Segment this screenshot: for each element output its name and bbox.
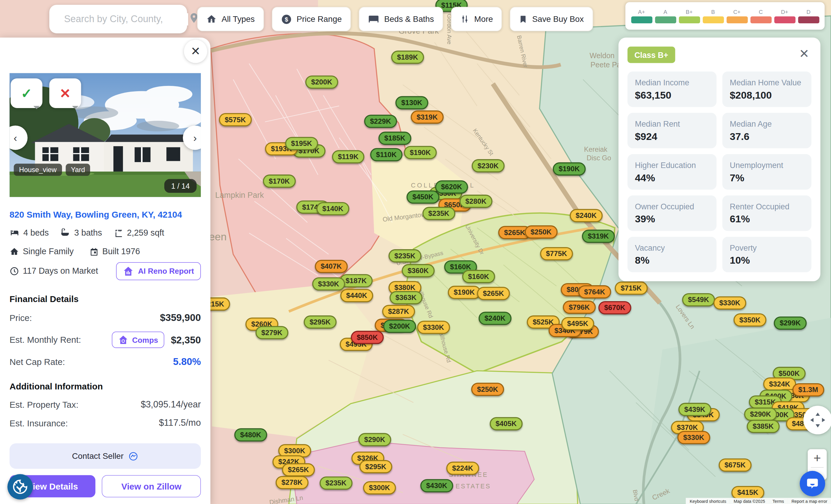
- map-attribution-item[interactable]: Map data ©2025: [730, 498, 769, 504]
- legend-class-D+[interactable]: D+: [773, 8, 797, 23]
- map-attribution-item[interactable]: Terms: [769, 498, 787, 504]
- price-marker[interactable]: $450K: [406, 190, 439, 204]
- price-marker[interactable]: $224K: [447, 462, 479, 475]
- price-marker[interactable]: $324K: [763, 377, 796, 391]
- price-marker[interactable]: $295K: [360, 460, 392, 473]
- price-marker[interactable]: $299K: [774, 317, 806, 330]
- price-marker[interactable]: $440K: [340, 289, 373, 302]
- filter-button-more[interactable]: More: [451, 7, 502, 31]
- price-marker[interactable]: $407K: [315, 260, 348, 273]
- price-marker[interactable]: $290K: [359, 433, 391, 446]
- price-marker[interactable]: $185K: [378, 132, 411, 145]
- price-marker[interactable]: $480K: [234, 428, 267, 441]
- home-icon: [9, 247, 19, 256]
- close-icon[interactable]: ✕: [184, 40, 207, 63]
- price-marker[interactable]: $330K: [678, 431, 710, 444]
- price-marker[interactable]: $265K: [477, 287, 510, 300]
- price-marker[interactable]: $405K: [490, 417, 523, 431]
- legend-class-C+[interactable]: C+: [725, 8, 749, 23]
- price-marker[interactable]: $295K: [304, 315, 337, 329]
- legend-class-A[interactable]: A: [654, 8, 678, 23]
- price-marker[interactable]: $1.3M: [792, 383, 824, 396]
- comps-button[interactable]: Comps: [112, 332, 165, 348]
- legend-class-B+[interactable]: B+: [678, 8, 701, 23]
- price-marker[interactable]: $363K: [390, 291, 423, 304]
- price-marker[interactable]: $240K: [479, 312, 511, 325]
- price-marker[interactable]: $670K: [599, 301, 631, 315]
- cookie-consent-button[interactable]: [7, 474, 33, 500]
- price-marker[interactable]: $235K: [423, 207, 455, 220]
- legend-class-D[interactable]: D: [797, 8, 820, 23]
- price-marker[interactable]: $235K: [320, 477, 352, 490]
- zoom-in-button[interactable]: +: [813, 449, 821, 467]
- price-marker[interactable]: $287K: [382, 305, 415, 318]
- view-on-zillow-button[interactable]: View on Zillow: [102, 475, 201, 497]
- property-address-link[interactable]: 820 Smith Way, Bowling Green, KY, 42104: [9, 210, 201, 220]
- price-marker[interactable]: $279K: [256, 326, 288, 339]
- price-marker[interactable]: $715K: [615, 282, 648, 295]
- price-marker[interactable]: $439K: [679, 403, 711, 416]
- price-marker[interactable]: $319K: [411, 111, 444, 124]
- price-marker[interactable]: $280K: [460, 195, 492, 208]
- search-box[interactable]: [49, 5, 187, 33]
- price-marker[interactable]: $189K: [391, 51, 424, 64]
- price-marker[interactable]: $300K: [363, 481, 396, 495]
- price-marker[interactable]: $265K: [282, 463, 315, 477]
- price-marker[interactable]: $319K: [582, 230, 615, 243]
- search-input[interactable]: [63, 13, 188, 25]
- price-marker[interactable]: $190K: [404, 146, 437, 159]
- price-marker[interactable]: $850K: [351, 331, 384, 344]
- price-marker[interactable]: $110K: [370, 148, 403, 161]
- price-marker[interactable]: $230K: [472, 159, 505, 172]
- price-marker[interactable]: $229K: [364, 115, 397, 128]
- price-marker[interactable]: $200K: [306, 76, 338, 89]
- price-marker[interactable]: $290K: [744, 408, 777, 421]
- price-marker[interactable]: $160K: [462, 270, 495, 283]
- price-marker[interactable]: $764K: [578, 285, 611, 298]
- price-marker[interactable]: $495K: [561, 317, 594, 330]
- price-marker[interactable]: $330K: [713, 296, 746, 310]
- price-marker[interactable]: $250K: [525, 225, 557, 239]
- legend-class-C[interactable]: C: [749, 8, 773, 23]
- legend-class-A+[interactable]: A+: [630, 8, 654, 23]
- ai-reno-report-button[interactable]: AI Reno Report: [116, 262, 201, 280]
- price-marker[interactable]: $675K: [719, 458, 751, 472]
- price-marker[interactable]: $620K: [435, 180, 468, 194]
- price-marker[interactable]: $170K: [263, 175, 296, 188]
- price-marker[interactable]: $140K: [316, 202, 349, 215]
- price-marker[interactable]: $360K: [402, 264, 434, 277]
- price-marker[interactable]: $235K: [389, 249, 421, 263]
- filter-button-price-range[interactable]: $Price Range: [272, 7, 351, 31]
- contact-seller-button[interactable]: Contact Seller: [9, 443, 201, 469]
- price-marker[interactable]: $330K: [312, 277, 345, 291]
- chat-button[interactable]: [800, 471, 825, 496]
- price-marker[interactable]: $240K: [570, 209, 603, 222]
- pan-map-control[interactable]: [804, 406, 831, 434]
- price-marker[interactable]: $415K: [732, 486, 764, 499]
- price-marker[interactable]: $385K: [747, 420, 780, 433]
- legend-class-B[interactable]: B: [701, 8, 725, 23]
- price-marker[interactable]: $775K: [540, 247, 573, 260]
- price-marker[interactable]: $195K: [285, 137, 318, 150]
- price-marker[interactable]: $430K: [420, 479, 453, 493]
- close-icon[interactable]: ✕: [797, 47, 811, 61]
- price-marker[interactable]: $350K: [734, 313, 766, 327]
- reject-property-button[interactable]: ✕: [49, 79, 81, 108]
- price-marker[interactable]: $250K: [471, 383, 504, 396]
- map-attribution-item[interactable]: Keyboard shortcuts: [686, 498, 730, 504]
- filter-button-beds-baths[interactable]: Beds & Baths: [359, 7, 443, 31]
- price-marker[interactable]: $796K: [563, 301, 596, 314]
- price-marker[interactable]: $190K: [553, 162, 585, 176]
- price-marker[interactable]: $119K: [332, 150, 365, 164]
- price-marker[interactable]: $200K: [383, 320, 416, 333]
- price-marker[interactable]: $330K: [417, 321, 450, 334]
- price-marker[interactable]: $278K: [276, 476, 308, 489]
- filter-button-save-buy-box[interactable]: Save Buy Box: [510, 7, 593, 31]
- filter-button-all-types[interactable]: All Types: [197, 7, 263, 31]
- map-attribution-item[interactable]: Report a map error: [788, 498, 831, 504]
- price-marker[interactable]: $549K: [682, 293, 715, 306]
- price-marker[interactable]: $575K: [219, 113, 252, 126]
- approve-property-button[interactable]: ✓: [11, 79, 42, 108]
- price-marker[interactable]: $190K: [448, 286, 481, 299]
- price-marker[interactable]: $130K: [396, 96, 428, 110]
